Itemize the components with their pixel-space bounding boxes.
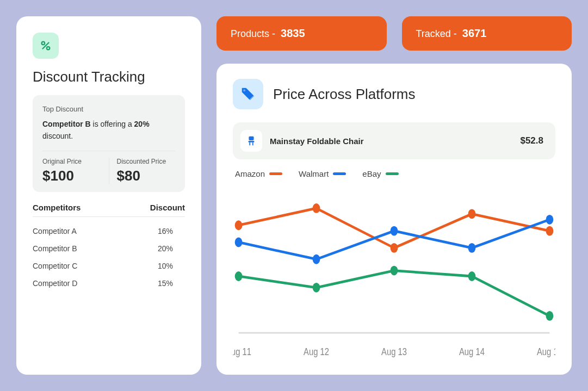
svg-text:Aug 14: Aug 14 — [459, 345, 485, 357]
top-discount-text: Competitor B is offering a 20% discount. — [42, 119, 175, 142]
competitor-name: Competitor D — [33, 279, 77, 288]
legend-walmart[interactable]: Walmart — [299, 169, 346, 178]
legend-amazon-label: Amazon — [235, 169, 265, 178]
competitor-name: Competitor B — [33, 244, 77, 253]
legend-amazon[interactable]: Amazon — [235, 169, 282, 178]
svg-rect-4 — [249, 136, 253, 140]
svg-text:Aug 12: Aug 12 — [304, 345, 329, 357]
competitor-discount: 16% — [158, 227, 185, 235]
svg-line-2 — [43, 43, 49, 49]
top-mid: is offering a — [91, 120, 134, 128]
svg-point-16 — [391, 226, 398, 236]
svg-point-9 — [235, 220, 243, 230]
price-title: Price Across Platforms — [273, 86, 416, 103]
legend-swatch-ebay — [386, 172, 399, 175]
products-label: Products - — [231, 28, 275, 40]
svg-point-18 — [546, 215, 554, 225]
svg-point-13 — [546, 226, 554, 236]
price-across-platforms-card: Price Across Platforms Mainstay Foldable… — [216, 64, 572, 375]
top-percent: 20% — [134, 120, 150, 128]
chair-icon — [240, 130, 262, 152]
tracked-stat-card[interactable]: Tracked - 3671 — [402, 16, 572, 51]
top-suffix: discount. — [42, 132, 73, 140]
competitor-discount: 10% — [158, 262, 185, 270]
original-price-label: Original Price — [42, 158, 101, 165]
svg-point-11 — [391, 243, 398, 253]
competitor-discount: 15% — [158, 279, 185, 288]
svg-point-15 — [313, 255, 320, 264]
top-discount-label: Top Discount — [42, 105, 175, 113]
svg-rect-7 — [252, 142, 253, 146]
legend-swatch-amazon — [269, 172, 282, 175]
svg-point-19 — [235, 271, 243, 281]
original-price-value: $100 — [42, 167, 101, 184]
legend-walmart-label: Walmart — [299, 169, 329, 178]
chart-legend: Amazon Walmart eBay — [233, 169, 555, 178]
svg-rect-6 — [249, 142, 250, 146]
discount-title: Discount Tracking — [33, 69, 185, 85]
svg-text:Aug 15: Aug 15 — [537, 345, 555, 357]
svg-text:Aug 11: Aug 11 — [233, 345, 251, 357]
svg-rect-5 — [249, 141, 255, 142]
competitors-col-name: Competitors — [33, 203, 81, 212]
svg-point-22 — [468, 271, 476, 281]
svg-point-21 — [391, 266, 398, 276]
product-price: $52.8 — [520, 135, 543, 146]
discounted-price-value: $80 — [117, 167, 176, 184]
competitors-col-discount: Discount — [150, 203, 185, 212]
top-discount-box: Top Discount Competitor B is offering a … — [33, 95, 185, 192]
table-row: Competitor A 16% — [33, 222, 185, 240]
top-competitor: Competitor B — [42, 120, 91, 128]
discounted-price-label: Discounted Price — [117, 158, 176, 165]
products-stat-card[interactable]: Products - 3835 — [216, 16, 387, 51]
product-name: Mainstay Foldable Chair — [270, 136, 512, 146]
legend-swatch-walmart — [333, 172, 346, 175]
tracked-label: Tracked - — [416, 28, 457, 40]
percent-icon — [33, 33, 59, 59]
competitor-name: Competitor A — [33, 227, 77, 235]
competitors-header: Competitors Discount — [33, 203, 185, 217]
svg-point-20 — [313, 283, 320, 293]
product-chip[interactable]: Mainstay Foldable Chair $52.8 — [233, 122, 555, 159]
table-row: Competitor B 20% — [33, 240, 185, 257]
competitor-discount: 20% — [158, 244, 185, 253]
tracked-value: 3671 — [462, 27, 487, 40]
competitor-name: Competitor C — [33, 262, 77, 270]
products-value: 3835 — [281, 27, 305, 40]
svg-point-0 — [42, 42, 45, 45]
tags-icon — [233, 79, 263, 109]
svg-point-10 — [313, 203, 320, 213]
table-row: Competitor C 10% — [33, 257, 185, 275]
discount-tracking-card: Discount Tracking Top Discount Competito… — [16, 16, 201, 375]
svg-point-14 — [235, 238, 243, 247]
legend-ebay-label: eBay — [362, 169, 381, 178]
legend-ebay[interactable]: eBay — [362, 169, 398, 178]
svg-point-17 — [468, 243, 476, 253]
svg-point-12 — [468, 209, 476, 219]
table-row: Competitor D 15% — [33, 275, 185, 292]
competitor-rows: Competitor A 16% Competitor B 20% Compet… — [33, 222, 185, 292]
svg-point-1 — [47, 47, 50, 50]
price-chart: Aug 11Aug 12Aug 13Aug 14Aug 15 — [233, 184, 555, 363]
svg-point-23 — [546, 311, 554, 321]
svg-text:Aug 13: Aug 13 — [381, 345, 407, 357]
